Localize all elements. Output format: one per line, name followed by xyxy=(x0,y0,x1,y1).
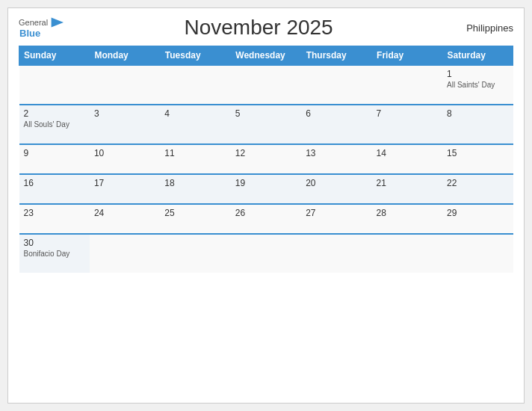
day-cell: 21 xyxy=(372,174,442,204)
day-cell xyxy=(372,234,442,273)
day-cell: 20 xyxy=(301,174,371,204)
day-number: 23 xyxy=(24,208,85,218)
day-number: 24 xyxy=(94,208,155,218)
day-number: 26 xyxy=(235,208,297,218)
week-row-6: 30Bonifacio Day xyxy=(19,234,513,273)
day-number: 10 xyxy=(94,148,155,158)
day-cell: 9 xyxy=(19,144,90,174)
day-number: 12 xyxy=(235,148,297,158)
day-cell: 5 xyxy=(231,105,301,144)
day-cell: 15 xyxy=(442,144,513,174)
logo: General Blue xyxy=(19,17,64,39)
day-cell xyxy=(231,234,301,273)
day-cell xyxy=(372,65,442,105)
day-cell: 11 xyxy=(160,144,230,174)
day-cell xyxy=(90,65,160,105)
weekday-thursday: Thursday xyxy=(301,46,371,66)
day-number: 29 xyxy=(447,208,508,218)
day-cell xyxy=(160,65,230,105)
day-cell: 13 xyxy=(301,144,371,174)
day-event-label: All Souls' Day xyxy=(24,120,85,129)
day-cell: 22 xyxy=(442,174,513,204)
day-cell: 25 xyxy=(160,204,230,234)
day-number: 17 xyxy=(94,178,155,188)
day-number: 20 xyxy=(306,178,367,188)
day-cell: 30Bonifacio Day xyxy=(19,234,90,273)
weekday-sunday: Sunday xyxy=(19,46,90,66)
week-row-1: 1All Saints' Day xyxy=(19,65,513,105)
day-number: 25 xyxy=(164,208,226,218)
day-number: 11 xyxy=(164,148,226,158)
day-number: 1 xyxy=(447,69,508,79)
day-cell: 18 xyxy=(160,174,230,204)
day-cell: 8 xyxy=(442,105,513,144)
weekday-saturday: Saturday xyxy=(442,46,513,66)
weekday-monday: Monday xyxy=(90,46,160,66)
weekday-friday: Friday xyxy=(372,46,442,66)
week-row-4: 16171819202122 xyxy=(19,174,513,204)
day-cell xyxy=(19,65,90,105)
day-number: 30 xyxy=(24,238,85,248)
day-cell xyxy=(160,234,230,273)
calendar-container: General Blue November 2025 Philippines S… xyxy=(7,7,525,404)
day-number: 5 xyxy=(235,108,297,119)
week-row-3: 9101112131415 xyxy=(19,144,513,174)
logo-blue-text: Blue xyxy=(19,28,40,39)
logo-general-text: General xyxy=(19,18,48,27)
day-number: 22 xyxy=(447,178,508,188)
day-number: 3 xyxy=(94,108,155,119)
day-cell: 17 xyxy=(90,174,160,204)
day-cell xyxy=(442,234,513,273)
day-number: 21 xyxy=(377,178,438,188)
day-cell: 29 xyxy=(442,204,513,234)
day-cell: 28 xyxy=(372,204,442,234)
day-number: 8 xyxy=(447,108,508,119)
day-cell: 19 xyxy=(231,174,301,204)
day-cell: 16 xyxy=(19,174,90,204)
day-cell: 4 xyxy=(160,105,230,144)
day-cell xyxy=(301,234,371,273)
day-number: 13 xyxy=(306,148,367,158)
weekday-wednesday: Wednesday xyxy=(231,46,301,66)
day-cell: 7 xyxy=(372,105,442,144)
day-cell: 1All Saints' Day xyxy=(442,65,513,105)
day-cell: 10 xyxy=(90,144,160,174)
day-event-label: Bonifacio Day xyxy=(24,250,85,258)
calendar-header: General Blue November 2025 Philippines xyxy=(19,16,513,40)
day-number: 2 xyxy=(24,108,85,119)
day-cell: 26 xyxy=(231,204,301,234)
svg-marker-0 xyxy=(52,17,64,27)
week-row-2: 2All Souls' Day345678 xyxy=(19,105,513,144)
day-number: 14 xyxy=(377,148,438,158)
day-number: 9 xyxy=(24,148,85,158)
day-event-label: All Saints' Day xyxy=(447,81,508,89)
day-cell xyxy=(231,65,301,105)
week-row-5: 23242526272829 xyxy=(19,204,513,234)
day-cell: 6 xyxy=(301,105,371,144)
day-number: 15 xyxy=(447,148,508,158)
day-number: 6 xyxy=(306,108,367,119)
day-cell xyxy=(90,234,160,273)
day-cell xyxy=(301,65,371,105)
day-number: 27 xyxy=(306,208,367,218)
day-number: 7 xyxy=(377,108,438,119)
day-cell: 23 xyxy=(19,204,90,234)
logo-flag-icon xyxy=(50,17,64,28)
day-number: 4 xyxy=(164,108,226,119)
day-cell: 14 xyxy=(372,144,442,174)
country-label: Philippines xyxy=(454,22,513,34)
calendar-table: SundayMondayTuesdayWednesdayThursdayFrid… xyxy=(19,46,513,273)
day-number: 28 xyxy=(377,208,438,218)
weekday-header-row: SundayMondayTuesdayWednesdayThursdayFrid… xyxy=(19,46,513,66)
day-number: 16 xyxy=(24,178,85,188)
day-cell: 3 xyxy=(90,105,160,144)
month-title: November 2025 xyxy=(64,16,454,40)
day-cell: 2All Souls' Day xyxy=(19,105,90,144)
day-cell: 12 xyxy=(231,144,301,174)
day-cell: 24 xyxy=(90,204,160,234)
day-number: 19 xyxy=(235,178,297,188)
day-cell: 27 xyxy=(301,204,371,234)
weekday-tuesday: Tuesday xyxy=(160,46,230,66)
day-number: 18 xyxy=(164,178,226,188)
